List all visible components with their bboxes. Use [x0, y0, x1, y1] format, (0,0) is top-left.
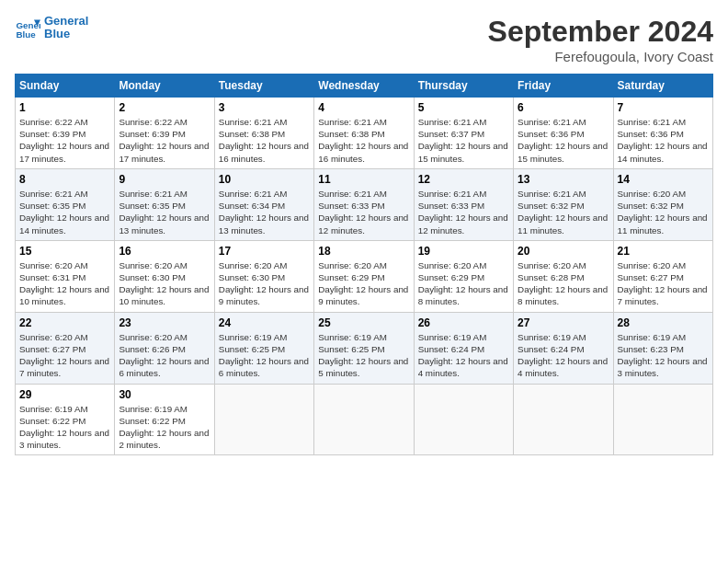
calendar-cell: 24 Sunrise: 6:19 AM Sunset: 6:25 PM Dayl…	[214, 312, 313, 384]
calendar-cell	[214, 384, 313, 455]
location: Ferefougoula, Ivory Coast	[488, 49, 713, 64]
weekday-header-friday: Friday	[514, 75, 613, 98]
calendar-cell	[514, 384, 613, 455]
logo-blue: Blue	[44, 28, 88, 40]
day-info: Sunrise: 6:22 AM Sunset: 6:39 PM Dayligh…	[119, 116, 210, 165]
day-info: Sunrise: 6:19 AM Sunset: 6:25 PM Dayligh…	[219, 331, 310, 380]
day-number: 21	[618, 245, 709, 258]
calendar-week-3: 15 Sunrise: 6:20 AM Sunset: 6:31 PM Dayl…	[16, 240, 713, 312]
day-info: Sunrise: 6:19 AM Sunset: 6:22 PM Dayligh…	[119, 403, 210, 452]
day-info: Sunrise: 6:21 AM Sunset: 6:38 PM Dayligh…	[318, 116, 409, 165]
calendar-cell: 26 Sunrise: 6:19 AM Sunset: 6:24 PM Dayl…	[414, 312, 513, 384]
day-number: 14	[618, 173, 709, 186]
day-number: 4	[318, 101, 409, 114]
day-info: Sunrise: 6:20 AM Sunset: 6:32 PM Dayligh…	[618, 188, 709, 236]
day-info: Sunrise: 6:21 AM Sunset: 6:36 PM Dayligh…	[618, 116, 709, 165]
calendar-cell: 9 Sunrise: 6:21 AM Sunset: 6:35 PM Dayli…	[115, 168, 214, 240]
day-number: 22	[19, 316, 110, 329]
day-info: Sunrise: 6:21 AM Sunset: 6:34 PM Dayligh…	[219, 188, 310, 236]
calendar-week-4: 22 Sunrise: 6:20 AM Sunset: 6:27 PM Dayl…	[16, 312, 713, 384]
day-number: 5	[418, 101, 509, 114]
day-info: Sunrise: 6:20 AM Sunset: 6:29 PM Dayligh…	[318, 259, 409, 308]
calendar-cell: 14 Sunrise: 6:20 AM Sunset: 6:32 PM Dayl…	[613, 168, 712, 240]
calendar-cell	[314, 384, 414, 455]
day-number: 2	[119, 101, 210, 114]
day-info: Sunrise: 6:21 AM Sunset: 6:33 PM Dayligh…	[418, 188, 509, 236]
calendar-cell: 7 Sunrise: 6:21 AM Sunset: 6:36 PM Dayli…	[613, 98, 712, 169]
day-number: 20	[518, 245, 609, 258]
day-number: 16	[119, 245, 210, 258]
calendar-week-5: 29 Sunrise: 6:19 AM Sunset: 6:22 PM Dayl…	[16, 384, 713, 455]
weekday-header-thursday: Thursday	[414, 75, 513, 98]
calendar-week-1: 1 Sunrise: 6:22 AM Sunset: 6:39 PM Dayli…	[16, 98, 713, 169]
day-info: Sunrise: 6:19 AM Sunset: 6:22 PM Dayligh…	[19, 403, 110, 452]
calendar-cell: 16 Sunrise: 6:20 AM Sunset: 6:30 PM Dayl…	[115, 240, 214, 312]
day-info: Sunrise: 6:20 AM Sunset: 6:28 PM Dayligh…	[518, 259, 609, 308]
calendar-cell: 25 Sunrise: 6:19 AM Sunset: 6:25 PM Dayl…	[314, 312, 414, 384]
calendar-cell: 8 Sunrise: 6:21 AM Sunset: 6:35 PM Dayli…	[16, 168, 115, 240]
month-title: September 2024	[488, 15, 713, 49]
day-info: Sunrise: 6:22 AM Sunset: 6:39 PM Dayligh…	[19, 116, 110, 165]
logo-icon: General Blue	[15, 15, 40, 40]
calendar-cell: 22 Sunrise: 6:20 AM Sunset: 6:27 PM Dayl…	[16, 312, 115, 384]
day-number: 30	[119, 388, 210, 401]
logo-general: General	[44, 15, 88, 28]
day-number: 26	[418, 316, 509, 329]
calendar-cell: 18 Sunrise: 6:20 AM Sunset: 6:29 PM Dayl…	[314, 240, 414, 312]
calendar-week-2: 8 Sunrise: 6:21 AM Sunset: 6:35 PM Dayli…	[16, 168, 713, 240]
day-number: 11	[318, 173, 409, 186]
day-info: Sunrise: 6:20 AM Sunset: 6:31 PM Dayligh…	[19, 259, 110, 308]
day-info: Sunrise: 6:20 AM Sunset: 6:27 PM Dayligh…	[19, 331, 110, 380]
calendar-cell: 12 Sunrise: 6:21 AM Sunset: 6:33 PM Dayl…	[414, 168, 513, 240]
day-info: Sunrise: 6:20 AM Sunset: 6:27 PM Dayligh…	[618, 259, 709, 308]
calendar-cell: 29 Sunrise: 6:19 AM Sunset: 6:22 PM Dayl…	[16, 384, 115, 455]
day-info: Sunrise: 6:19 AM Sunset: 6:24 PM Dayligh…	[518, 331, 609, 380]
calendar-cell: 3 Sunrise: 6:21 AM Sunset: 6:38 PM Dayli…	[214, 98, 313, 169]
day-info: Sunrise: 6:19 AM Sunset: 6:25 PM Dayligh…	[318, 331, 409, 380]
weekday-header-monday: Monday	[115, 75, 214, 98]
day-number: 8	[19, 173, 110, 186]
day-number: 28	[618, 316, 709, 329]
day-number: 10	[219, 173, 310, 186]
calendar-cell: 23 Sunrise: 6:20 AM Sunset: 6:26 PM Dayl…	[115, 312, 214, 384]
day-info: Sunrise: 6:20 AM Sunset: 6:30 PM Dayligh…	[219, 259, 310, 308]
weekday-header-wednesday: Wednesday	[314, 75, 414, 98]
calendar-cell: 27 Sunrise: 6:19 AM Sunset: 6:24 PM Dayl…	[514, 312, 613, 384]
calendar-cell: 11 Sunrise: 6:21 AM Sunset: 6:33 PM Dayl…	[314, 168, 414, 240]
calendar-header-row: SundayMondayTuesdayWednesdayThursdayFrid…	[16, 75, 713, 98]
day-number: 27	[518, 316, 609, 329]
day-number: 17	[219, 245, 310, 258]
day-number: 13	[518, 173, 609, 186]
day-number: 25	[318, 316, 409, 329]
day-info: Sunrise: 6:21 AM Sunset: 6:37 PM Dayligh…	[418, 116, 509, 165]
day-number: 15	[19, 245, 110, 258]
svg-text:Blue: Blue	[16, 29, 36, 40]
day-info: Sunrise: 6:19 AM Sunset: 6:24 PM Dayligh…	[418, 331, 509, 380]
weekday-header-saturday: Saturday	[613, 75, 712, 98]
day-number: 12	[418, 173, 509, 186]
day-number: 19	[418, 245, 509, 258]
day-info: Sunrise: 6:21 AM Sunset: 6:33 PM Dayligh…	[318, 188, 409, 236]
day-info: Sunrise: 6:21 AM Sunset: 6:36 PM Dayligh…	[518, 116, 609, 165]
calendar-cell: 5 Sunrise: 6:21 AM Sunset: 6:37 PM Dayli…	[414, 98, 513, 169]
calendar-table: SundayMondayTuesdayWednesdayThursdayFrid…	[15, 74, 713, 455]
calendar-cell: 30 Sunrise: 6:19 AM Sunset: 6:22 PM Dayl…	[115, 384, 214, 455]
calendar-cell: 28 Sunrise: 6:19 AM Sunset: 6:23 PM Dayl…	[613, 312, 712, 384]
title-block: September 2024 Ferefougoula, Ivory Coast	[488, 15, 713, 64]
day-info: Sunrise: 6:20 AM Sunset: 6:29 PM Dayligh…	[418, 259, 509, 308]
calendar-cell: 10 Sunrise: 6:21 AM Sunset: 6:34 PM Dayl…	[214, 168, 313, 240]
day-info: Sunrise: 6:21 AM Sunset: 6:38 PM Dayligh…	[219, 116, 310, 165]
calendar-cell	[414, 384, 513, 455]
calendar-cell: 15 Sunrise: 6:20 AM Sunset: 6:31 PM Dayl…	[16, 240, 115, 312]
day-number: 3	[219, 101, 310, 114]
logo: General Blue General Blue	[15, 15, 88, 41]
weekday-header-tuesday: Tuesday	[214, 75, 313, 98]
day-number: 7	[618, 101, 709, 114]
day-number: 29	[19, 388, 110, 401]
day-info: Sunrise: 6:21 AM Sunset: 6:32 PM Dayligh…	[518, 188, 609, 236]
calendar-cell: 19 Sunrise: 6:20 AM Sunset: 6:29 PM Dayl…	[414, 240, 513, 312]
weekday-header-sunday: Sunday	[16, 75, 115, 98]
page-header: General Blue General Blue September 2024…	[15, 15, 713, 64]
day-number: 18	[318, 245, 409, 258]
calendar-cell: 6 Sunrise: 6:21 AM Sunset: 6:36 PM Dayli…	[514, 98, 613, 169]
